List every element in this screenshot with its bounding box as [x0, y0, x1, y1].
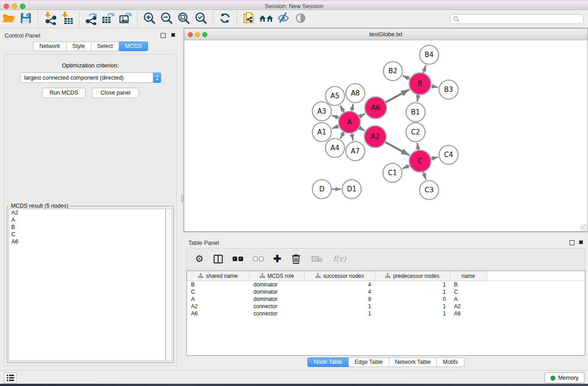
graph-edge-A-A1[interactable] — [332, 126, 339, 128]
deselect-all-icon[interactable] — [253, 252, 263, 266]
refresh-button[interactable] — [216, 11, 234, 27]
graph-node-B1[interactable]: B1 — [406, 103, 425, 122]
table-cell[interactable]: A6 — [450, 310, 487, 317]
tab-network-table[interactable]: Network Table — [389, 357, 437, 367]
network-file-button[interactable] — [240, 11, 258, 27]
import-network-button[interactable] — [41, 11, 58, 27]
graph-node-C[interactable]: C — [409, 150, 431, 172]
close-icon[interactable]: ✖ — [578, 239, 583, 246]
graph-edge-B-B2[interactable] — [403, 76, 410, 79]
task-history-button[interactable] — [4, 372, 17, 383]
graph-edge-A6-B[interactable] — [386, 90, 409, 102]
table-cell[interactable]: A — [187, 295, 249, 303]
table-cell[interactable]: 4 — [305, 288, 375, 295]
table-cell[interactable]: 1 — [375, 310, 450, 317]
graph-node-A6[interactable]: A6 — [365, 97, 387, 119]
splitter-handle[interactable] — [181, 195, 183, 202]
open-session-button[interactable] — [0, 11, 17, 27]
mcds-result-item[interactable]: A — [9, 216, 165, 224]
zoom-out-button[interactable] — [158, 11, 175, 27]
column-header-successor-nodes[interactable]: successor nodes — [305, 271, 375, 281]
graph-node-B3[interactable]: B3 — [439, 80, 458, 99]
table-cell[interactable]: 8 — [305, 295, 375, 303]
graph-node-C4[interactable]: C4 — [439, 145, 458, 164]
table-cell[interactable]: 1 — [375, 281, 450, 288]
graph-edge-A-A3[interactable] — [332, 115, 339, 118]
graph-node-A8[interactable]: A8 — [346, 84, 365, 103]
graph-edge-B-B4[interactable] — [423, 65, 425, 73]
graph-node-A[interactable]: A — [339, 111, 360, 133]
save-session-button[interactable] — [17, 11, 34, 27]
graph-edge-C-C2[interactable] — [417, 143, 418, 150]
export-network-button[interactable] — [82, 11, 100, 27]
table-cell[interactable]: connector — [249, 310, 305, 317]
table-cell[interactable]: A2 — [450, 303, 487, 310]
search-box[interactable] — [450, 14, 583, 24]
network-graph-canvas[interactable]: AA1A2A3A4A5A6A7A8BB1B2B3B4CC1C2C3C4DD1 — [184, 40, 588, 231]
graph-node-C3[interactable]: C3 — [420, 181, 439, 200]
table-cell[interactable]: 1 — [305, 310, 375, 317]
column-header-shared-name[interactable]: shared name — [187, 271, 249, 281]
graph-node-A4[interactable]: A4 — [325, 138, 344, 157]
graph-edge-A-A8[interactable] — [352, 104, 353, 111]
table-cell[interactable]: dominator — [249, 288, 305, 295]
graph-edge-B-B3[interactable] — [431, 86, 438, 87]
table-cell[interactable]: dominator — [249, 295, 305, 303]
table-cell[interactable]: A — [450, 295, 487, 303]
table-cell[interactable]: C — [450, 288, 487, 295]
tab-style[interactable]: Style — [67, 42, 91, 51]
columns-icon[interactable] — [214, 252, 223, 266]
search-input[interactable] — [459, 15, 583, 23]
table-cell[interactable]: C — [187, 288, 249, 295]
table-cell[interactable]: A6 — [187, 310, 249, 317]
node-table[interactable]: shared nameMCDS rolesuccessor nodesprede… — [186, 271, 585, 356]
graph-node-A7[interactable]: A7 — [346, 142, 365, 161]
select-all-icon[interactable]: ✓✓ — [233, 252, 243, 266]
table-cell[interactable]: 1 — [375, 288, 450, 295]
mcds-result-item[interactable]: A2 — [9, 209, 165, 216]
float-window-icon[interactable] — [569, 240, 574, 245]
table-row[interactable]: Cdominator41C — [187, 288, 585, 295]
table-cell[interactable]: A2 — [187, 303, 249, 310]
tab-mcds[interactable]: MCDS — [119, 42, 148, 51]
graph-edge-C-C1[interactable] — [402, 166, 410, 169]
graph-edge-A-A5[interactable] — [340, 105, 344, 112]
zoom-fit-button[interactable] — [175, 11, 192, 27]
export-image-button[interactable] — [117, 11, 134, 27]
table-cell[interactable]: B — [450, 281, 487, 288]
graph-node-A2[interactable]: A2 — [364, 126, 386, 148]
tab-node-table[interactable]: Node Table — [307, 357, 349, 367]
graph-edge-A-A4[interactable] — [340, 132, 344, 138]
hide-details-button[interactable] — [275, 11, 292, 27]
graph-node-B4[interactable]: B4 — [420, 45, 439, 64]
table-cell[interactable]: 1 — [375, 303, 450, 310]
run-mcds-button[interactable]: Run MCDS — [42, 88, 86, 98]
graph-node-B[interactable]: B — [409, 73, 431, 95]
table-row[interactable]: Adominator80A — [187, 295, 585, 303]
home-button[interactable] — [258, 11, 275, 27]
graph-edge-A-A6[interactable] — [359, 114, 365, 117]
memory-button[interactable]: Memory — [545, 372, 584, 383]
graph-node-A3[interactable]: A3 — [312, 102, 331, 121]
graph-edge-A-A7[interactable] — [352, 133, 353, 140]
graph-edge-C-C3[interactable] — [423, 172, 425, 180]
table-cell[interactable]: 0 — [375, 295, 450, 303]
gear-icon[interactable]: ⚙ — [195, 252, 204, 266]
float-window-icon[interactable] — [161, 33, 166, 38]
graph-edge-B-B1[interactable] — [417, 95, 418, 102]
table-cell[interactable]: 1 — [305, 303, 375, 310]
export-table-button[interactable] — [100, 11, 117, 27]
close-panel-button[interactable]: Close panel — [92, 88, 139, 98]
graph-node-C2[interactable]: C2 — [406, 123, 425, 142]
resize-grip-icon[interactable] — [581, 224, 587, 231]
zoom-selected-button[interactable] — [192, 11, 210, 27]
tab-select[interactable]: Select — [91, 42, 120, 51]
criterion-dropdown[interactable]: largest connected component (directed) ▲… — [20, 72, 161, 83]
network-window-titlebar[interactable]: testGlobe.txt — [184, 29, 588, 40]
graph-node-D1[interactable]: D1 — [342, 180, 361, 199]
table-row[interactable]: A2connector11A2 — [187, 303, 585, 310]
mcds-result-scrollbar[interactable] — [166, 209, 172, 361]
show-details-button[interactable] — [292, 11, 309, 27]
column-header-name[interactable]: name — [450, 271, 487, 281]
column-header-MCDS-role[interactable]: MCDS role — [249, 271, 305, 281]
